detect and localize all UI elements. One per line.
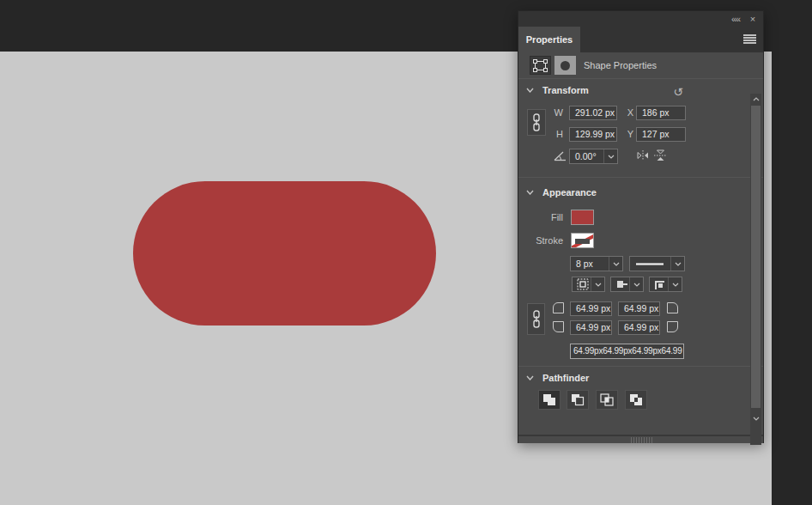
exclude-overlapping-shapes-icon xyxy=(629,393,643,406)
link-wh-button[interactable] xyxy=(527,109,546,136)
subtract-front-shape-icon xyxy=(571,393,585,406)
reset-transform-icon[interactable]: ↺ xyxy=(673,86,683,98)
radius-top-right-field[interactable]: 64.99 px xyxy=(618,301,660,316)
panel-header-title: Shape Properties xyxy=(584,60,657,70)
panel-menu-icon[interactable] xyxy=(743,34,756,45)
chevron-down-icon[interactable] xyxy=(609,257,622,271)
angle-value: 0.00° xyxy=(570,149,603,163)
angle-combo[interactable]: 0.00° xyxy=(569,149,618,164)
panel-titlebar: «« × xyxy=(518,11,763,27)
flip-vertical-icon[interactable] xyxy=(654,149,667,161)
stroke-width-value: 8 px xyxy=(571,257,609,271)
radius-summary-field[interactable]: 64.99px64.99px64.99px64.99 xyxy=(570,344,684,359)
scroll-up-icon[interactable] xyxy=(750,94,761,105)
y-field[interactable]: 127 px xyxy=(636,127,686,142)
fill-label: Fill xyxy=(518,212,563,222)
stroke-cap-combo[interactable] xyxy=(610,277,644,292)
appearance-section-header[interactable]: Appearance xyxy=(518,187,763,201)
chevron-down-icon[interactable] xyxy=(670,257,684,271)
stroke-style-preview xyxy=(630,257,670,271)
radius-bottom-right-field[interactable]: 64.99 px xyxy=(618,320,660,335)
radius-bottom-left-field[interactable]: 64.99 px xyxy=(570,320,612,335)
transform-section-header[interactable]: Transform ↺ xyxy=(518,85,763,99)
divider xyxy=(518,366,763,367)
chevron-down-icon[interactable] xyxy=(668,277,682,291)
flip-horizontal-icon[interactable] xyxy=(637,150,649,161)
stroke-cap-icon xyxy=(611,277,629,291)
height-field[interactable]: 129.99 px xyxy=(569,127,617,142)
divider xyxy=(518,78,763,79)
shape-transform-icon xyxy=(533,59,548,72)
exclude-overlapping-shapes-button[interactable] xyxy=(625,390,647,410)
chevron-down-icon[interactable] xyxy=(603,149,617,163)
tab-properties[interactable]: Properties xyxy=(518,27,580,52)
width-field[interactable]: 291.02 px xyxy=(569,106,617,120)
stroke-width-combo[interactable]: 8 px xyxy=(570,256,623,271)
intersect-shape-areas-button[interactable] xyxy=(596,390,618,410)
stroke-label: Stroke xyxy=(518,235,563,246)
canvas-shape-rounded-rectangle[interactable] xyxy=(133,181,436,326)
corner-bottom-right-icon xyxy=(667,321,678,332)
photoshop-window: «« × Properties xyxy=(0,0,812,505)
width-label: W xyxy=(551,107,563,118)
collapse-to-icons-button[interactable]: «« xyxy=(729,12,742,26)
scrollbar-thumb[interactable] xyxy=(751,106,760,408)
stroke-swatch[interactable] xyxy=(571,233,594,248)
panel-scrollbar[interactable] xyxy=(750,94,761,445)
stroke-corner-icon xyxy=(650,277,668,291)
chevron-down-icon[interactable] xyxy=(591,277,604,291)
scroll-down-icon[interactable] xyxy=(750,413,761,424)
x-label: X xyxy=(623,107,633,118)
transform-section-title: Transform xyxy=(542,85,589,95)
height-label: H xyxy=(551,129,563,139)
divider xyxy=(518,177,763,178)
link-corner-radii-button[interactable] xyxy=(527,303,545,335)
radius-top-left-field[interactable]: 64.99 px xyxy=(570,301,612,316)
stroke-preview-bar xyxy=(575,239,590,244)
close-panel-icon[interactable]: × xyxy=(746,12,760,26)
stroke-corner-combo[interactable] xyxy=(649,277,682,292)
chain-link-icon xyxy=(532,113,541,131)
chevron-down-icon[interactable] xyxy=(526,190,534,195)
panel-content: Shape Properties Transform ↺ xyxy=(518,52,763,443)
stroke-align-icon xyxy=(573,277,591,291)
stroke-align-combo[interactable] xyxy=(572,277,605,292)
chain-link-icon xyxy=(532,310,541,328)
pathfinder-buttons-row xyxy=(518,390,763,410)
pathfinder-section-title: Pathfinder xyxy=(542,373,589,383)
corner-bottom-left-icon xyxy=(553,321,564,332)
masks-tool-button[interactable] xyxy=(554,56,576,75)
fill-swatch[interactable] xyxy=(571,210,594,225)
x-field[interactable]: 186 px xyxy=(636,106,686,120)
chevron-down-icon[interactable] xyxy=(526,375,534,380)
stroke-style-combo[interactable] xyxy=(629,256,685,271)
panel-bottom-divider xyxy=(518,435,763,436)
properties-panel: «« × Properties xyxy=(518,10,764,443)
corner-top-left-icon xyxy=(553,302,564,313)
chevron-down-icon[interactable] xyxy=(629,277,643,291)
subtract-front-shape-button[interactable] xyxy=(567,390,589,410)
y-label: Y xyxy=(623,129,633,139)
intersect-shape-areas-icon xyxy=(600,393,614,406)
combine-shapes-icon xyxy=(542,393,556,406)
shape-properties-tool-button[interactable] xyxy=(530,56,551,75)
angle-icon xyxy=(554,150,567,161)
pathfinder-section-header[interactable]: Pathfinder xyxy=(518,373,763,386)
mask-icon xyxy=(561,61,570,70)
panel-tabbar: Properties xyxy=(518,27,763,52)
corner-top-right-icon xyxy=(667,302,678,313)
chevron-down-icon[interactable] xyxy=(526,88,534,93)
panel-resize-gripper[interactable] xyxy=(631,437,653,443)
combine-shapes-button[interactable] xyxy=(538,390,561,410)
appearance-section-title: Appearance xyxy=(542,187,597,198)
